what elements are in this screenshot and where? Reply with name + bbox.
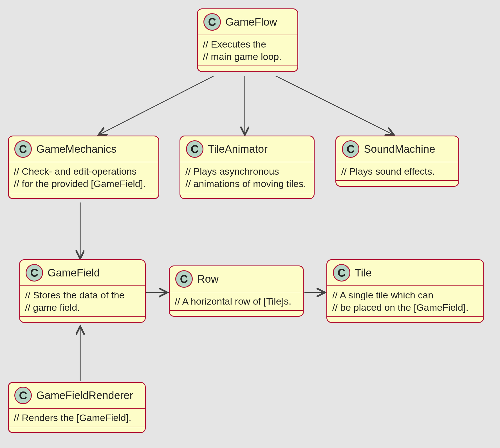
class-type-icon: C — [26, 264, 43, 282]
class-header: C Row — [170, 266, 303, 292]
svg-line-2 — [276, 76, 394, 135]
class-row: C Row // A horizontal row of [Tile]s. — [169, 265, 304, 317]
class-header: C GameFieldRenderer — [9, 383, 145, 409]
class-type-icon: C — [186, 140, 203, 158]
class-gameflow: C GameFlow // Executes the // main game … — [197, 8, 298, 72]
class-tile: C Tile // A single tile which can // be … — [326, 259, 484, 323]
class-body: // Stores the data of the // game field. — [20, 286, 145, 317]
class-name-label: GameMechanics — [36, 143, 116, 155]
class-body: // A horizontal row of [Tile]s. — [170, 292, 303, 311]
class-name-label: Row — [197, 273, 219, 285]
class-body: // Plays sound effects. — [336, 162, 458, 181]
class-type-icon: C — [14, 387, 32, 404]
class-tileanimator: C TileAnimator // Plays asynchronous // … — [180, 136, 315, 199]
class-body: // Executes the // main game loop. — [198, 35, 297, 66]
class-header: C TileAnimator — [180, 136, 314, 162]
class-body: // Check- and edit-operations // for the… — [9, 162, 158, 193]
class-header: C GameMechanics — [9, 136, 158, 162]
class-header: C GameField — [20, 260, 145, 286]
class-body: // Plays asynchronous // animations of m… — [180, 162, 314, 193]
class-body: // Renders the [GameField]. — [9, 409, 145, 427]
class-name-label: SoundMachine — [364, 143, 435, 155]
class-type-icon: C — [333, 264, 350, 282]
svg-line-0 — [98, 76, 214, 135]
class-gamefield: C GameField // Stores the data of the //… — [19, 259, 146, 323]
class-soundmachine: C SoundMachine // Plays sound effects. — [335, 136, 459, 187]
class-type-icon: C — [203, 13, 221, 31]
class-header: C Tile — [327, 260, 483, 286]
class-body: // A single tile which can // be placed … — [327, 286, 483, 317]
class-name-label: GameFlow — [225, 16, 277, 28]
class-gamemechanics: C GameMechanics // Check- and edit-opera… — [8, 136, 159, 199]
class-type-icon: C — [14, 140, 32, 158]
class-type-icon: C — [342, 140, 359, 158]
class-header: C GameFlow — [198, 9, 297, 35]
class-header: C SoundMachine — [336, 136, 458, 162]
class-name-label: GameFieldRenderer — [36, 390, 133, 402]
class-name-label: Tile — [355, 267, 372, 279]
class-name-label: TileAnimator — [208, 143, 268, 155]
class-type-icon: C — [175, 270, 193, 288]
class-name-label: GameField — [48, 267, 100, 279]
class-gamefieldrenderer: C GameFieldRenderer // Renders the [Game… — [8, 382, 146, 433]
